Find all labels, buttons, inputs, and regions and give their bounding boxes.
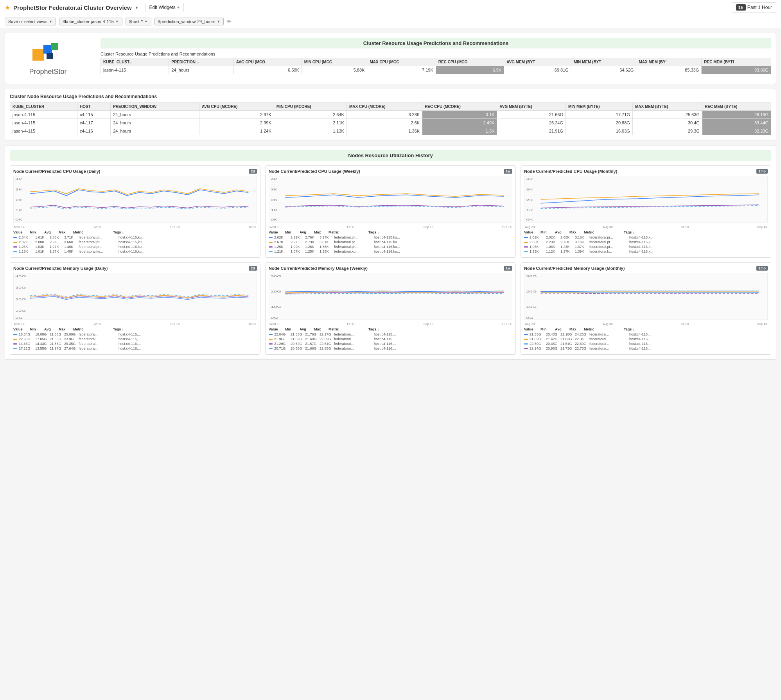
chart-x-labels: Mon 14 12:00 Tue 15 12:00	[13, 225, 257, 229]
cell-avg-mem: 69.81G	[504, 66, 571, 74]
legend-color-swatch	[524, 242, 528, 243]
chart-badge: 2d	[249, 169, 257, 174]
legend-color-swatch	[13, 237, 17, 238]
svg-text:2K: 2K	[15, 199, 22, 201]
chart-title-label: Node Current/Predicted CPU Usage (Daily)	[13, 169, 101, 174]
svg-text:2K: 2K	[526, 199, 533, 201]
host-filter[interactable]: $host * ▼	[126, 18, 151, 25]
x-label: Tue 15	[502, 225, 512, 229]
legend-values: 2.02K2.02K2.65K3.16Kfederatorai.pr...hos…	[530, 235, 654, 239]
legend-row: 1.23K1.12K1.27K1.39Kfederatorai.k...host…	[524, 249, 768, 253]
svg-text:20G: 20G	[271, 290, 281, 293]
legend-values: 18.34G18.08G21.55G25.09Gfederatorai...ho…	[19, 332, 141, 336]
legend-row: 27.12G13.55G21.97G27.64Gfederatorai...ho…	[13, 346, 257, 350]
top-panel: ProphetStor Cluster Resource Usage Predi…	[5, 33, 776, 84]
cell-rec-mem: 33.44G	[702, 119, 771, 127]
cell-kube-cluster: jason-4-115	[101, 66, 169, 74]
legend-header: ValueMinAvgMaxMetricTags ↓	[269, 230, 512, 234]
legend-color-swatch	[269, 251, 273, 252]
legend-min: 2.08K	[35, 240, 49, 244]
node-section-title: Cluster Node Resource Usage Predictions …	[10, 94, 771, 99]
col-avg-cpu: AVG CPU (MCO	[233, 58, 302, 66]
legend-header: ValueMinAvgMaxMetricTags ↓	[13, 327, 257, 331]
chevron-down-icon: ▼	[135, 5, 139, 10]
col-rec-cpu: REC CPU (MCO	[436, 58, 504, 66]
legend-tags: host:c4-116,ku...	[118, 245, 145, 249]
legend-metric: federatorai.pr...	[79, 240, 118, 244]
legend-row: 1.21K1.07K1.25K1.36Kfederatorai.ku...hos…	[269, 249, 512, 253]
legend-color-swatch	[13, 348, 17, 349]
cell-max-mem: 30.4G	[632, 119, 702, 127]
legend-row: 21.29G20.52G21.57G22.61Gfederatorai...ho…	[269, 342, 512, 346]
legend-min: 1.03K	[35, 245, 49, 249]
cell-pred: 24_hours	[111, 119, 199, 127]
prediction-window-filter[interactable]: $prediction_window 24_hours ▼	[154, 18, 224, 25]
x-label: Mon 14	[14, 225, 25, 229]
chart-title: Node Current/Predicted Memory Usage (Dai…	[13, 266, 257, 271]
legend-row: 22.96G17.85G21.55G23.9Gfederatorai...hos…	[13, 337, 257, 341]
time-selector[interactable]: 1h Past 1 Hour	[732, 2, 776, 13]
svg-text:4K: 4K	[15, 178, 22, 181]
cell-kube: jason-4-115	[10, 111, 77, 119]
svg-text:2K: 2K	[271, 199, 278, 201]
prediction-window-value: 24_hours	[197, 19, 215, 24]
chart-legend: ValueMinAvgMaxMetricTags ↓ 21.33G20.43G2…	[524, 327, 768, 350]
svg-text:20G: 20G	[526, 290, 537, 293]
mem-monthly-chart: Node Current/Predicted Memory Usage (Mon…	[521, 262, 771, 355]
legend-color-swatch	[13, 334, 17, 335]
chevron-down-icon: ▼	[217, 20, 220, 23]
views-selector[interactable]: Save or select views ▼	[5, 18, 56, 25]
legend-row: 14.43G14.43G21.86G29.35Gfederatorai...ho…	[13, 342, 257, 346]
legend-col: Avg	[44, 230, 58, 234]
legend-values: 22.96G17.85G21.55G23.9Gfederatorai...hos…	[19, 337, 141, 341]
legend-metric: federatorai.pr...	[79, 245, 118, 249]
legend-row: 22.04G21.33G21.76G22.17Gfederatorai...ho…	[269, 332, 512, 336]
edit-widgets-button[interactable]: Edit Widgets +	[145, 3, 184, 12]
kube-cluster-filter[interactable]: $kube_cluster jason-4-115 ▼	[59, 18, 122, 25]
cell-avg-cpu: 6.59K	[233, 66, 302, 74]
logo-icon	[32, 41, 64, 65]
legend-value: 2.87K	[19, 240, 34, 244]
legend-row: 2.62K2.19K2.76K3.27Kfederatorai.pr...hos…	[269, 235, 512, 239]
chart-badge: 1mo	[756, 266, 768, 271]
kube-cluster-value: jason-4-115	[91, 19, 114, 24]
legend-values: 2.62K2.19K2.76K3.27Kfederatorai.pr...hos…	[274, 235, 400, 239]
legend-row: 2.56K2.23K2.73K3.16Kfederatorai.pr...hos…	[524, 240, 768, 244]
legend-max: 3.66K	[64, 240, 78, 244]
cluster-predictions-table: KUBE_CLUST... PREDICTION... AVG CPU (MCO…	[101, 58, 771, 74]
legend-values: 20.71G20.58G21.66G22.85Gfederatorai...ho…	[274, 346, 396, 350]
edit-icon[interactable]: ✏	[227, 18, 232, 25]
cell-rec-cpu: 6.9K	[436, 66, 504, 74]
cell-kube: jason-4-115	[10, 119, 77, 127]
utilization-section: Nodes Resource Utilization History Node …	[5, 145, 776, 360]
cell-max-cpu: 2.6K	[347, 119, 422, 127]
legend-values: 14.43G14.43G21.86G29.35Gfederatorai...ho…	[19, 342, 141, 346]
cell-min-cpu: 5.88K	[302, 66, 367, 74]
legend-row: 2.54K1.61K2.88K3.71Kfederatorai.pr...hos…	[13, 235, 257, 239]
chart-x-labels: Mon 14 12:00 Tue 15 12:00	[13, 322, 257, 326]
cell-avg-mem: 21.91G	[497, 127, 566, 135]
cell-rec-cpu: 2.49K	[422, 119, 497, 127]
svg-text:1K: 1K	[15, 209, 22, 212]
chart-area: 4K 3K 2K 1K 0K	[269, 176, 512, 223]
col-rec-mem: REC MEM (BYTE)	[702, 103, 771, 111]
svg-text:3K: 3K	[526, 188, 533, 191]
legend-tags: host:c4-115,ku...	[118, 235, 145, 239]
legend-values: 21.9G21.02G21.69G22.39Gfederatorai...hos…	[274, 337, 396, 341]
legend-color-swatch	[13, 339, 17, 340]
x-label: Tue 15	[170, 225, 180, 229]
time-short-label: 1h	[736, 4, 746, 11]
legend-row: 1.25K1.02K1.26K1.38Kfederatorai.pr...hos…	[269, 245, 512, 249]
time-range-label: Past 1 Hour	[747, 5, 772, 10]
legend-col: Tags ↓	[113, 230, 257, 234]
col-pred-window: PREDICTION_WINDOW	[111, 103, 199, 111]
legend-values: 22.69G20.35G21.61G22.69Gfederatorai...ho…	[530, 342, 652, 346]
host-label: $host	[129, 19, 140, 24]
chart-area: 4K 3K 2K 1K 0K	[524, 176, 768, 223]
chart-x-labels: Aug 23 Aug 30 Sep 6 Sep 13	[524, 225, 768, 229]
chart-title: Node Current/Predicted CPU Usage (Monthl…	[524, 169, 768, 174]
legend-row: 18.34G18.08G21.55G25.09Gfederatorai...ho…	[13, 332, 257, 336]
x-label: 12:00	[93, 322, 101, 326]
cell-min-mem: 54.62G	[571, 66, 636, 74]
x-label: Aug 30	[603, 322, 612, 326]
